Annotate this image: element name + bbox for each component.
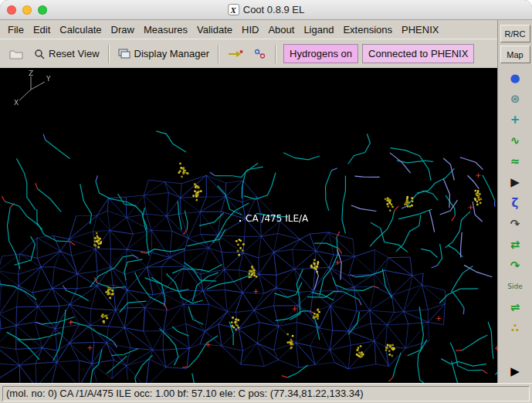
jed-flip-icon[interactable]: ↷ <box>503 256 527 275</box>
display-manager-label: Display Manager <box>134 48 210 59</box>
molecule-icon <box>254 49 266 59</box>
expander-arrow-icon[interactable]: ▶ <box>503 173 527 191</box>
menu-item-draw[interactable]: Draw <box>107 22 139 38</box>
reset-view-button[interactable]: Reset View <box>29 44 105 63</box>
toolbar-separator <box>275 45 276 63</box>
window-title: Coot 0.8.9 EL <box>243 4 305 15</box>
axis-y-label: Y <box>46 75 51 83</box>
zoom-button[interactable] <box>38 5 47 15</box>
display-manager-icon <box>118 49 130 59</box>
status-text: (mol. no: 0) CA /1/A/475 ILE occ: 1.00 b… <box>2 386 530 401</box>
molecular-viewport-canvas[interactable] <box>0 68 497 383</box>
go-to-atom-button[interactable] <box>222 46 249 63</box>
flip-peptide-icon[interactable]: ⇄ <box>503 235 527 254</box>
x11-app-icon: X <box>228 4 239 15</box>
menu-item-phenix[interactable]: PHENIX <box>397 22 443 38</box>
rrc-button[interactable]: R/RC <box>500 25 530 42</box>
real-space-refine-icon[interactable]: ∿ <box>503 131 527 150</box>
phenix-connection-badge[interactable]: Connected to PHENIX <box>362 44 474 63</box>
side-chain-flip-icon[interactable]: Side <box>503 277 527 296</box>
menu-item-measures[interactable]: Measures <box>139 22 192 38</box>
edit-chi-angles-icon[interactable]: ζ <box>503 194 527 212</box>
open-coordinates-button[interactable] <box>4 45 29 63</box>
folder-open-icon <box>9 49 23 59</box>
magnifier-icon <box>34 49 45 59</box>
axes-gizmo: Z Y X <box>11 69 57 107</box>
regularize-zone-icon[interactable]: ≈ <box>503 152 527 171</box>
toolbar: Reset View Display Manager <box>0 39 497 68</box>
menu-item-about[interactable]: About <box>263 22 299 38</box>
coot-window: X Coot 0.8.9 EL FileEditCalculateDrawMea… <box>0 0 532 403</box>
hydrogens-toggle[interactable]: Hydrogens on <box>283 44 358 63</box>
minimize-button[interactable] <box>22 5 32 15</box>
atom-label: CA /475 ILE/A <box>246 213 308 224</box>
toolbar-separator <box>218 45 219 63</box>
rotamer-dots-icon[interactable]: ⊛ <box>503 90 527 108</box>
toolbar-overflow-arrow-icon[interactable]: ▶ <box>503 362 527 381</box>
menu-item-file[interactable]: File <box>3 22 29 38</box>
axis-x-label: X <box>14 99 19 107</box>
titlebar: X Coot 0.8.9 EL <box>0 0 532 20</box>
molecular-viewport: Z Y X CA /475 ILE/A <box>0 68 497 383</box>
mutate-residue-icon[interactable]: ⇌ <box>503 298 527 317</box>
model-fit-refine-toolbar: R/RC Map ●⊛+∿≈▶ζ↷⇄↷Side⇌∴ ▶ <box>497 20 532 383</box>
side-icon-strip: ●⊛+∿≈▶ζ↷⇄↷Side⇌∴ <box>498 66 532 362</box>
reset-view-label: Reset View <box>49 48 100 59</box>
atom-info-button[interactable] <box>249 45 272 63</box>
menubar: FileEditCalculateDrawMeasuresValidateHID… <box>0 20 497 39</box>
menu-item-calculate[interactable]: Calculate <box>55 22 106 38</box>
go-to-atom-icon <box>228 49 243 59</box>
anchor-crosshair-icon[interactable]: + <box>503 110 527 129</box>
axis-z-label: Z <box>29 69 33 77</box>
menu-item-ligand[interactable]: Ligand <box>299 22 338 38</box>
add-alt-conf-icon[interactable]: ∴ <box>503 319 527 337</box>
map-button[interactable]: Map <box>500 46 530 63</box>
statusbar: (mol. no: 0) CA /1/A/475 ILE occ: 1.00 b… <box>0 383 532 403</box>
close-button[interactable] <box>7 5 16 15</box>
refine-sphere-icon[interactable]: ● <box>503 69 527 87</box>
display-manager-button[interactable]: Display Manager <box>113 44 215 63</box>
torsion-general-icon[interactable]: ↷ <box>503 215 527 233</box>
traffic-lights <box>7 5 47 15</box>
menu-item-edit[interactable]: Edit <box>29 22 55 38</box>
menu-item-hid[interactable]: HID <box>237 22 263 38</box>
window-title-group: X Coot 0.8.9 EL <box>228 4 305 15</box>
toolbar-separator <box>108 45 110 63</box>
menu-item-extensions[interactable]: Extensions <box>338 22 397 38</box>
menu-item-validate[interactable]: Validate <box>192 22 237 38</box>
